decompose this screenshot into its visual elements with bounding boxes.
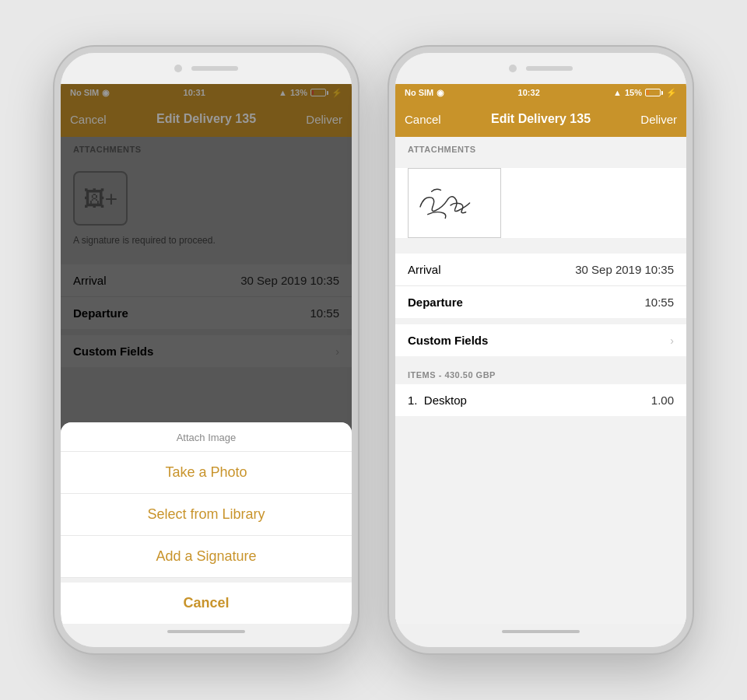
action-sheet-cancel-button[interactable]: Cancel (61, 578, 352, 624)
battery-body-2 (645, 89, 661, 96)
nav-title-2: Edit Delivery 135 (491, 112, 591, 126)
phone-bottom-2 (395, 624, 686, 647)
battery-tip-2 (661, 91, 663, 95)
arrival-label-2: Arrival (408, 263, 441, 276)
add-signature-button[interactable]: Add a Signature (61, 536, 352, 578)
phone-screen-1: No SIM ◉ 10:31 ▲ 13% ⚡ Cancel Edit Deliv… (61, 84, 352, 624)
bolt-icon-2: ⚡ (666, 88, 677, 98)
home-indicator-2 (502, 630, 580, 633)
custom-fields-label-2: Custom Fields (408, 334, 488, 347)
action-sheet-overlay: Attach Image Take a Photo Select from Li… (61, 84, 352, 624)
speaker-bar-2 (526, 66, 573, 71)
carrier-label-2: No SIM (405, 88, 433, 97)
items-section: 1. Desktop 1.00 (395, 384, 686, 416)
phone-top-1 (61, 53, 352, 84)
custom-fields-section-2: Custom Fields › (395, 324, 686, 356)
speaker-bar (191, 66, 238, 71)
action-sheet: Attach Image Take a Photo Select from Li… (61, 422, 352, 624)
battery-pct-2: 15% (625, 88, 642, 97)
arrival-section-2: Arrival 30 Sep 2019 10:35 Departure 10:5… (395, 254, 686, 318)
content-2: ATTACHMENTS Arrival 30 Sep 2019 10 (395, 137, 686, 624)
battery-2 (645, 89, 663, 96)
time-2: 10:32 (518, 88, 540, 97)
home-indicator-1 (167, 630, 245, 633)
take-photo-button[interactable]: Take a Photo (61, 452, 352, 494)
signature-section (395, 168, 686, 238)
phone-top-2 (395, 53, 686, 84)
attachments-header-2: ATTACHMENTS (395, 137, 686, 159)
items-header-2: ITEMS - 430.50 GBP (395, 362, 686, 384)
camera-dot (174, 65, 182, 72)
departure-row-2: Departure 10:55 (395, 286, 686, 318)
departure-value-2: 10:55 (644, 296, 674, 309)
wifi-icon-2: ◉ (437, 88, 444, 98)
signature-image[interactable] (408, 168, 501, 238)
item-row-1: 1. Desktop 1.00 (395, 384, 686, 416)
deliver-button-2[interactable]: Deliver (640, 113, 677, 126)
select-library-button[interactable]: Select from Library (61, 494, 352, 536)
gap-4 (395, 318, 686, 324)
item-index-1: 1. Desktop (408, 394, 467, 407)
gap-3 (395, 247, 686, 254)
item-qty-1: 1.00 (651, 394, 674, 407)
action-sheet-title: Attach Image (61, 422, 352, 452)
chevron-icon-2: › (670, 334, 674, 347)
gap-5 (395, 356, 686, 362)
phone-screen-2: No SIM ◉ 10:32 ▲ 15% ⚡ Cancel Edit Deliv… (395, 84, 686, 624)
custom-fields-row-2[interactable]: Custom Fields › (395, 324, 686, 356)
status-left-2: No SIM ◉ (405, 88, 444, 98)
camera-dot-2 (509, 65, 517, 72)
signal-icon-2: ▲ (613, 88, 622, 97)
phone-1: No SIM ◉ 10:31 ▲ 13% ⚡ Cancel Edit Deliv… (54, 47, 358, 653)
phone-2: No SIM ◉ 10:32 ▲ 15% ⚡ Cancel Edit Deliv… (389, 47, 693, 653)
phone-bottom-1 (61, 624, 352, 647)
departure-label-2: Departure (408, 296, 463, 309)
arrival-value-2: 30 Sep 2019 10:35 (575, 263, 674, 276)
cancel-button-2[interactable]: Cancel (405, 113, 441, 126)
arrival-row-2: Arrival 30 Sep 2019 10:35 (395, 254, 686, 286)
status-bar-2: No SIM ◉ 10:32 ▲ 15% ⚡ (395, 84, 686, 101)
battery-fill-2 (647, 90, 649, 95)
signature-svg (409, 169, 500, 237)
nav-bar-2: Cancel Edit Delivery 135 Deliver (395, 101, 686, 137)
status-right-2: ▲ 15% ⚡ (613, 88, 677, 98)
